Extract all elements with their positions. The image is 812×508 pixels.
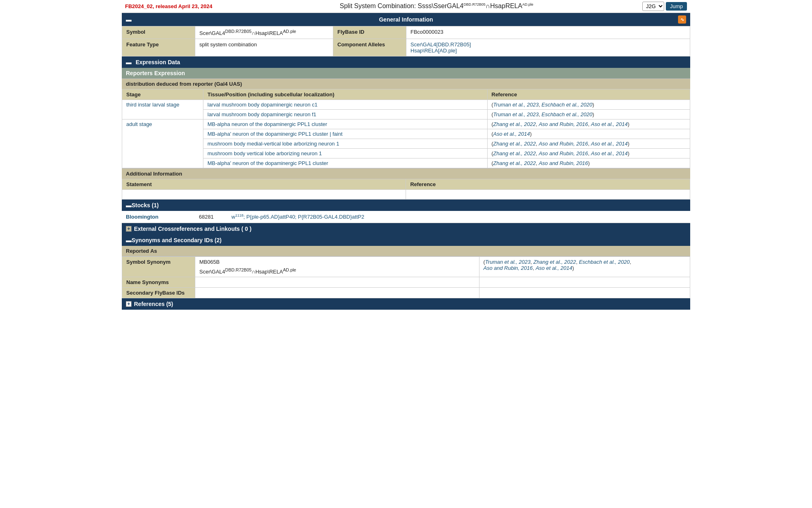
- distribution-label: distribution deduced from reporter (Gal4…: [126, 81, 242, 87]
- stocks-header: ▬ Stocks (1): [122, 200, 690, 211]
- flybase-id-value: FBco0000023: [406, 26, 690, 39]
- ref-zhang-2022-2[interactable]: Zhang et al., 2022: [493, 141, 536, 147]
- jump-button[interactable]: Jump: [666, 2, 687, 11]
- secondary-ids-ref: [479, 287, 690, 298]
- ref-zhang-syn[interactable]: Zhang et al., 2022: [533, 259, 576, 265]
- top-header: FB2024_02, released April 23, 2024 Split…: [122, 0, 690, 13]
- statement-col-header: Statement: [122, 179, 406, 190]
- symbol-label: Symbol: [122, 26, 195, 39]
- ref-truman-2023-f1[interactable]: Truman et al., 2023: [493, 111, 539, 117]
- ref-mb-alpha-prime: (Zhang et al., 2022, Aso and Rubin, 2016…: [487, 158, 690, 168]
- table-row: third instar larval stage larval mushroo…: [122, 100, 690, 110]
- stmt-empty: [122, 190, 406, 200]
- ref-eschbach-2020-f1[interactable]: Eschbach et al., 2020: [542, 111, 592, 117]
- stage-adult[interactable]: adult stage: [122, 119, 203, 168]
- references-toggle[interactable]: +: [126, 301, 132, 307]
- stage-col-header: Stage: [122, 89, 203, 100]
- ref-aso-rubin-2016-1[interactable]: Aso and Rubin, 2016: [539, 121, 588, 127]
- page-title: Split System Combination: Ssss\SserGAL4D…: [235, 2, 638, 10]
- ref-aso-rubin-syn[interactable]: Aso and Rubin, 2016: [484, 265, 533, 271]
- stmt-header-row: Statement Reference: [122, 179, 690, 190]
- synonyms-header: ▬ Synonyms and Secondary IDs (2): [122, 234, 690, 246]
- bloomington-label[interactable]: Bloomington: [126, 214, 199, 220]
- ref-aso-rubin-2016-4[interactable]: Aso and Rubin, 2016: [539, 160, 588, 166]
- expr-table-header-row: Stage Tissue/Position (including subcell…: [122, 89, 690, 100]
- table-row: larval mushroom body dopaminergic neuron…: [122, 110, 690, 119]
- ref-larval-f1: (Truman et al., 2023, Eschbach et al., 2…: [487, 110, 690, 119]
- name-synonyms-value: [195, 277, 479, 287]
- name-synonyms-ref: [479, 277, 690, 287]
- ref-aso-syn[interactable]: Aso et al., 2014: [536, 265, 572, 271]
- reporters-title: Reporters Expression: [126, 70, 185, 76]
- additional-info-title: Additional Information: [126, 171, 182, 177]
- component-allele-2[interactable]: Hsap\RELA[AD.ple]: [410, 48, 686, 54]
- component-alleles-label: Component Alleles: [333, 39, 406, 56]
- ref-mb-alpha-prime-faint: (Aso et al., 2014): [487, 129, 690, 139]
- stmt-reference-col-header: Reference: [406, 179, 690, 190]
- feature-type-value: split system combination: [195, 39, 333, 56]
- rss-icon[interactable]: ∿: [678, 15, 686, 24]
- stocks-toggle[interactable]: ▬: [126, 202, 132, 208]
- ref-zhang-2022-1[interactable]: Zhang et al., 2022: [493, 121, 536, 127]
- ref-eschbach-2020[interactable]: Eschbach et al., 2020: [542, 102, 592, 108]
- reporters-header: Reporters Expression: [122, 68, 690, 78]
- ref-truman-2023[interactable]: Truman et al., 2023: [493, 102, 539, 108]
- stage-third-instar[interactable]: third instar larval stage: [122, 100, 203, 119]
- name-synonyms-row: Name Synonyms: [122, 277, 690, 287]
- distribution-row: distribution deduced from reporter (Gal4…: [122, 78, 690, 89]
- ref-aso-2014-3[interactable]: Aso et al., 2014: [591, 141, 628, 147]
- table-row: adult stage MB-alpha neuron of the dopam…: [122, 119, 690, 129]
- bloomington-row: Bloomington 68281 w1118; P{ple-p65.AD}at…: [122, 211, 690, 223]
- release-info: FB2024_02, released April 23, 2024: [125, 3, 231, 9]
- expression-data-header: ▬ Expression Data: [122, 56, 690, 68]
- tissue-larval-c1: larval mushroom body dopaminergic neuron…: [203, 100, 488, 110]
- jump-select[interactable]: J2G: [642, 2, 664, 11]
- crossref-title: External Crossreferences and Linkouts ( …: [134, 226, 251, 232]
- symbol-synonym-ref: (Truman et al., 2023, Zhang et al., 2022…: [479, 256, 690, 277]
- secondary-ids-value: [195, 287, 479, 298]
- crossref-toggle[interactable]: +: [126, 226, 132, 232]
- additional-info-header: Additional Information: [122, 168, 690, 179]
- statement-table: Statement Reference: [122, 179, 690, 200]
- ref-mb-alpha: (Zhang et al., 2022, Aso and Rubin, 2016…: [487, 119, 690, 129]
- tissue-mb-vertical-lobe: mushroom body vertical lobe arborizing n…: [203, 149, 488, 158]
- table-row: MB-alpha' neuron of the dopaminergic PPL…: [122, 129, 690, 139]
- ref-mb-vertical-lobe: (Zhang et al., 2022, Aso and Rubin, 2016…: [487, 149, 690, 158]
- ref-zhang-2022-3[interactable]: Zhang et al., 2022: [493, 150, 536, 156]
- synonyms-toggle[interactable]: ▬: [126, 237, 132, 243]
- reported-as-header: Reported As: [122, 246, 690, 256]
- ref-aso-rubin-2016-2[interactable]: Aso and Rubin, 2016: [539, 141, 588, 147]
- ref-aso-2014-4[interactable]: Aso et al., 2014: [591, 150, 628, 156]
- ref-aso-2014-2[interactable]: Aso et al., 2014: [493, 131, 530, 137]
- tissue-larval-f1: larval mushroom body dopaminergic neuron…: [203, 110, 488, 119]
- secondary-ids-row: Secondary FlyBase IDs: [122, 287, 690, 298]
- tissue-mb-medial-vertical: mushroom body medial-vertical lobe arbor…: [203, 139, 488, 149]
- synonyms-title: Synonyms and Secondary IDs (2): [132, 237, 222, 243]
- component-alleles-value: Scer\GAL4[DBD.R72B05] Hsap\RELA[AD.ple]: [406, 39, 690, 56]
- references-header: + References (5): [122, 298, 690, 310]
- toggle-icon[interactable]: ▬: [126, 16, 132, 23]
- ref-truman-syn[interactable]: Truman et al., 2023: [485, 259, 531, 265]
- component-allele-1[interactable]: Scer\GAL4[DBD.R72B05]: [410, 41, 686, 48]
- jump-area: J2G Jump: [642, 2, 687, 11]
- table-row: mushroom body vertical lobe arborizing n…: [122, 149, 690, 158]
- table-row: [122, 190, 690, 200]
- expression-data-title: Expression Data: [136, 59, 180, 65]
- bloomington-genotype: w1118; P{ple-p65.AD}attP40; P{R72B05-GAL…: [231, 213, 364, 220]
- secondary-ids-label: Secondary FlyBase IDs: [122, 287, 195, 298]
- crossref-header: + External Crossreferences and Linkouts …: [122, 223, 690, 234]
- feature-type-label: Feature Type: [122, 39, 195, 56]
- bloomington-id: 68281: [199, 214, 231, 220]
- ref-larval-c1: (Truman et al., 2023, Eschbach et al., 2…: [487, 100, 690, 110]
- expression-table: Stage Tissue/Position (including subcell…: [122, 89, 690, 168]
- tissue-mb-alpha: MB-alpha neuron of the dopaminergic PPL1…: [203, 119, 488, 129]
- general-info-table: Symbol Scer\GAL4DBD.R72B05∩Hsap\RELAAD.p…: [122, 26, 690, 56]
- ref-zhang-2022-4[interactable]: Zhang et al., 2022: [493, 160, 536, 166]
- ref-aso-2014-1[interactable]: Aso et al., 2014: [591, 121, 628, 127]
- stocks-title: Stocks (1): [132, 202, 159, 208]
- symbol-value: Scer\GAL4DBD.R72B05∩Hsap\RELAAD.ple: [195, 26, 333, 39]
- ref-aso-rubin-2016-3[interactable]: Aso and Rubin, 2016: [539, 150, 588, 156]
- expression-toggle-icon[interactable]: ▬: [126, 59, 132, 65]
- ref-eschbach-syn[interactable]: Eschbach et al., 2020: [579, 259, 630, 265]
- reported-as-title: Reported As: [126, 248, 157, 254]
